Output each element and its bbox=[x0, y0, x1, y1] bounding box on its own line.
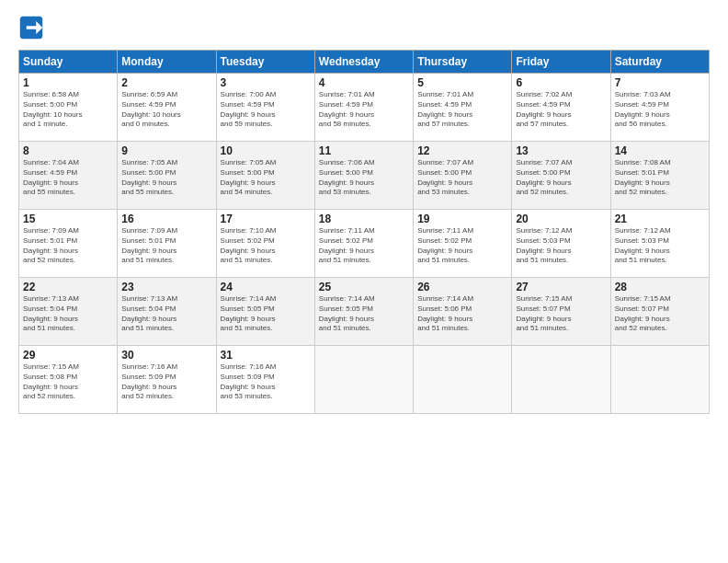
cell-details: Sunrise: 7:01 AMSunset: 4:59 PMDaylight:… bbox=[417, 90, 507, 130]
calendar-cell bbox=[414, 346, 512, 414]
cell-details: Sunrise: 7:16 AMSunset: 5:09 PMDaylight:… bbox=[221, 362, 311, 402]
day-number: 8 bbox=[23, 144, 113, 157]
day-number: 24 bbox=[221, 281, 311, 293]
calendar-cell: 5Sunrise: 7:01 AMSunset: 4:59 PMDaylight… bbox=[414, 74, 512, 142]
calendar-week-row: 29Sunrise: 7:15 AMSunset: 5:08 PMDayligh… bbox=[19, 346, 710, 414]
calendar-cell: 12Sunrise: 7:07 AMSunset: 5:00 PMDayligh… bbox=[414, 142, 512, 210]
calendar-cell: 21Sunrise: 7:12 AMSunset: 5:03 PMDayligh… bbox=[610, 210, 709, 278]
day-number: 21 bbox=[615, 213, 705, 225]
cell-details: Sunrise: 7:11 AMSunset: 5:02 PMDaylight:… bbox=[417, 226, 507, 266]
weekday-header-monday: Monday bbox=[118, 51, 216, 74]
cell-details: Sunrise: 7:15 AMSunset: 5:07 PMDaylight:… bbox=[516, 294, 606, 334]
cell-details: Sunrise: 6:59 AMSunset: 4:59 PMDaylight:… bbox=[121, 90, 211, 130]
weekday-header-wednesday: Wednesday bbox=[314, 51, 413, 74]
day-number: 5 bbox=[417, 76, 507, 89]
calendar-cell: 29Sunrise: 7:15 AMSunset: 5:08 PMDayligh… bbox=[19, 346, 118, 414]
calendar-cell: 15Sunrise: 7:09 AMSunset: 5:01 PMDayligh… bbox=[19, 210, 118, 278]
day-number: 22 bbox=[23, 281, 113, 293]
cell-details: Sunrise: 7:11 AMSunset: 5:02 PMDaylight:… bbox=[319, 226, 409, 266]
cell-details: Sunrise: 7:14 AMSunset: 5:05 PMDaylight:… bbox=[221, 294, 311, 334]
day-number: 14 bbox=[615, 144, 705, 157]
day-number: 26 bbox=[417, 281, 507, 293]
calendar-cell: 22Sunrise: 7:13 AMSunset: 5:04 PMDayligh… bbox=[19, 278, 118, 346]
calendar-cell: 4Sunrise: 7:01 AMSunset: 4:59 PMDaylight… bbox=[314, 74, 413, 142]
day-number: 25 bbox=[319, 281, 409, 293]
weekday-header-row: SundayMondayTuesdayWednesdayThursdayFrid… bbox=[19, 51, 710, 74]
day-number: 27 bbox=[516, 281, 606, 293]
calendar-cell: 19Sunrise: 7:11 AMSunset: 5:02 PMDayligh… bbox=[414, 210, 512, 278]
day-number: 11 bbox=[319, 144, 409, 157]
calendar-cell: 26Sunrise: 7:14 AMSunset: 5:06 PMDayligh… bbox=[414, 278, 512, 346]
day-number: 19 bbox=[417, 213, 507, 225]
day-number: 4 bbox=[319, 76, 409, 89]
calendar-cell: 13Sunrise: 7:07 AMSunset: 5:00 PMDayligh… bbox=[512, 142, 610, 210]
calendar-cell: 16Sunrise: 7:09 AMSunset: 5:01 PMDayligh… bbox=[118, 210, 216, 278]
day-number: 29 bbox=[23, 349, 113, 362]
day-number: 9 bbox=[121, 144, 211, 157]
calendar-week-row: 8Sunrise: 7:04 AMSunset: 4:59 PMDaylight… bbox=[19, 142, 710, 210]
cell-details: Sunrise: 7:13 AMSunset: 5:04 PMDaylight:… bbox=[121, 294, 211, 334]
cell-details: Sunrise: 7:09 AMSunset: 5:01 PMDaylight:… bbox=[23, 226, 113, 266]
cell-details: Sunrise: 7:16 AMSunset: 5:09 PMDaylight:… bbox=[121, 362, 211, 402]
cell-details: Sunrise: 7:10 AMSunset: 5:02 PMDaylight:… bbox=[221, 226, 311, 266]
cell-details: Sunrise: 7:12 AMSunset: 5:03 PMDaylight:… bbox=[516, 226, 606, 266]
calendar-cell: 2Sunrise: 6:59 AMSunset: 4:59 PMDaylight… bbox=[118, 74, 216, 142]
cell-details: Sunrise: 7:02 AMSunset: 4:59 PMDaylight:… bbox=[516, 90, 606, 130]
weekday-header-friday: Friday bbox=[512, 51, 610, 74]
cell-details: Sunrise: 7:15 AMSunset: 5:08 PMDaylight:… bbox=[23, 362, 113, 402]
day-number: 3 bbox=[221, 76, 311, 89]
cell-details: Sunrise: 7:15 AMSunset: 5:07 PMDaylight:… bbox=[615, 294, 705, 334]
weekday-header-thursday: Thursday bbox=[414, 51, 512, 74]
calendar-cell: 18Sunrise: 7:11 AMSunset: 5:02 PMDayligh… bbox=[314, 210, 413, 278]
cell-details: Sunrise: 7:12 AMSunset: 5:03 PMDaylight:… bbox=[615, 226, 705, 266]
calendar-cell: 17Sunrise: 7:10 AMSunset: 5:02 PMDayligh… bbox=[216, 210, 314, 278]
calendar-cell: 14Sunrise: 7:08 AMSunset: 5:01 PMDayligh… bbox=[610, 142, 709, 210]
weekday-header-sunday: Sunday bbox=[19, 51, 118, 74]
cell-details: Sunrise: 7:05 AMSunset: 5:00 PMDaylight:… bbox=[121, 158, 211, 198]
day-number: 18 bbox=[319, 213, 409, 225]
calendar-cell bbox=[610, 346, 709, 414]
calendar-cell: 27Sunrise: 7:15 AMSunset: 5:07 PMDayligh… bbox=[512, 278, 610, 346]
calendar-cell: 23Sunrise: 7:13 AMSunset: 5:04 PMDayligh… bbox=[118, 278, 216, 346]
cell-details: Sunrise: 7:01 AMSunset: 4:59 PMDaylight:… bbox=[319, 90, 409, 130]
day-number: 15 bbox=[23, 213, 113, 225]
cell-details: Sunrise: 7:07 AMSunset: 5:00 PMDaylight:… bbox=[516, 158, 606, 198]
calendar-page: SundayMondayTuesdayWednesdayThursdayFrid… bbox=[0, 0, 728, 563]
cell-details: Sunrise: 7:06 AMSunset: 5:00 PMDaylight:… bbox=[319, 158, 409, 198]
weekday-header-tuesday: Tuesday bbox=[216, 51, 314, 74]
day-number: 31 bbox=[221, 349, 311, 362]
calendar-cell: 30Sunrise: 7:16 AMSunset: 5:09 PMDayligh… bbox=[118, 346, 216, 414]
calendar-cell: 9Sunrise: 7:05 AMSunset: 5:00 PMDaylight… bbox=[118, 142, 216, 210]
calendar-cell: 8Sunrise: 7:04 AMSunset: 4:59 PMDaylight… bbox=[19, 142, 118, 210]
calendar-cell: 3Sunrise: 7:00 AMSunset: 4:59 PMDaylight… bbox=[216, 74, 314, 142]
day-number: 10 bbox=[221, 144, 311, 157]
day-number: 28 bbox=[615, 281, 705, 293]
cell-details: Sunrise: 7:14 AMSunset: 5:06 PMDaylight:… bbox=[417, 294, 507, 334]
day-number: 6 bbox=[516, 76, 606, 89]
cell-details: Sunrise: 7:07 AMSunset: 5:00 PMDaylight:… bbox=[417, 158, 507, 198]
cell-details: Sunrise: 7:00 AMSunset: 4:59 PMDaylight:… bbox=[221, 90, 311, 130]
page-header bbox=[18, 15, 710, 40]
day-number: 2 bbox=[121, 76, 211, 89]
cell-details: Sunrise: 7:13 AMSunset: 5:04 PMDaylight:… bbox=[23, 294, 113, 334]
day-number: 16 bbox=[121, 213, 211, 225]
calendar-cell bbox=[512, 346, 610, 414]
day-number: 30 bbox=[121, 349, 211, 362]
day-number: 23 bbox=[121, 281, 211, 293]
calendar-cell: 7Sunrise: 7:03 AMSunset: 4:59 PMDaylight… bbox=[610, 74, 709, 142]
calendar-week-row: 15Sunrise: 7:09 AMSunset: 5:01 PMDayligh… bbox=[19, 210, 710, 278]
logo bbox=[18, 15, 48, 40]
calendar-week-row: 22Sunrise: 7:13 AMSunset: 5:04 PMDayligh… bbox=[19, 278, 710, 346]
calendar-table: SundayMondayTuesdayWednesdayThursdayFrid… bbox=[18, 50, 710, 414]
day-number: 17 bbox=[221, 213, 311, 225]
day-number: 12 bbox=[417, 144, 507, 157]
calendar-cell: 20Sunrise: 7:12 AMSunset: 5:03 PMDayligh… bbox=[512, 210, 610, 278]
cell-details: Sunrise: 7:09 AMSunset: 5:01 PMDaylight:… bbox=[121, 226, 211, 266]
cell-details: Sunrise: 7:08 AMSunset: 5:01 PMDaylight:… bbox=[615, 158, 705, 198]
cell-details: Sunrise: 7:05 AMSunset: 5:00 PMDaylight:… bbox=[221, 158, 311, 198]
calendar-week-row: 1Sunrise: 6:58 AMSunset: 5:00 PMDaylight… bbox=[19, 74, 710, 142]
cell-details: Sunrise: 7:03 AMSunset: 4:59 PMDaylight:… bbox=[615, 90, 705, 130]
cell-details: Sunrise: 7:14 AMSunset: 5:05 PMDaylight:… bbox=[319, 294, 409, 334]
day-number: 7 bbox=[615, 76, 705, 89]
calendar-cell: 31Sunrise: 7:16 AMSunset: 5:09 PMDayligh… bbox=[216, 346, 314, 414]
